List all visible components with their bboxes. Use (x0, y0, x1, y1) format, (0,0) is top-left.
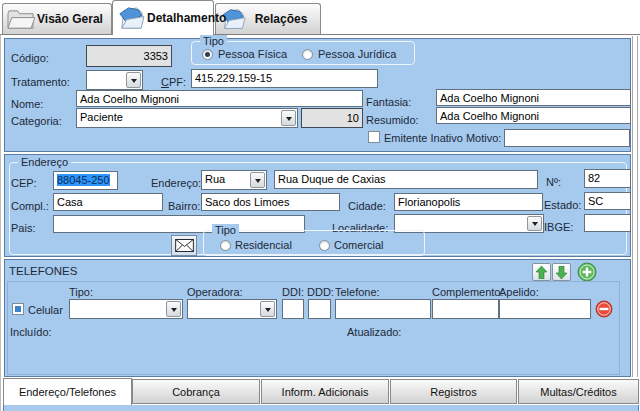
tel-tipo-select[interactable] (69, 299, 183, 319)
radio-label-pessoa-fisica: Pessoa Física (218, 48, 287, 61)
atualizado-label: Atualizado: (347, 326, 401, 339)
dropdown-arrow-icon[interactable] (281, 110, 296, 126)
person-detail-window: Visão Geral Detalhamento Relações Código… (0, 0, 640, 411)
tel-complemento-field[interactable] (432, 299, 499, 319)
dropdown-arrow-icon[interactable] (260, 301, 275, 317)
tel-ddi-field[interactable] (282, 299, 304, 319)
motivo-field[interactable] (504, 129, 630, 147)
tel-ddi-label: DDI: (282, 286, 304, 299)
estado-field[interactable]: SC (584, 192, 631, 210)
send-mail-button[interactable] (171, 235, 197, 256)
move-down-button[interactable] (552, 263, 571, 281)
tipo-endereco-groupbox: Tipo Residencial Comercial (203, 230, 425, 256)
tab-label: Detalhamento (147, 11, 232, 25)
radio-label-residencial: Residencial (235, 239, 292, 252)
tel-telefone-label: Telefone: (335, 286, 380, 299)
categoria-code-field: 10 (301, 108, 363, 128)
tab-label: Relações (248, 12, 320, 26)
estado-label: Estado: (544, 199, 581, 212)
radio-residencial[interactable] (220, 240, 231, 251)
cpf-field[interactable]: 415.229.159-15 (191, 69, 378, 88)
numero-field[interactable]: 82 (584, 169, 631, 188)
tel-ddd-label: DDD: (307, 286, 334, 299)
minus-icon (595, 300, 613, 318)
tel-operadora-select[interactable] (187, 299, 277, 319)
folder-closed-icon (6, 7, 35, 32)
tel-complemento-label: Complemento: (432, 286, 504, 299)
codigo-label: Código: (11, 52, 49, 65)
emitente-inativo-label: Emitente Inativo Motivo: (384, 132, 501, 145)
tel-apelido-label: Apelido: (499, 286, 539, 299)
cep-label: CEP: (11, 177, 37, 190)
emitente-inativo-checkbox[interactable] (368, 131, 380, 143)
tel-tipo-label: Tipo: (69, 286, 93, 299)
arrow-up-icon (536, 266, 547, 279)
plus-icon (577, 262, 597, 282)
tipo-pessoa-groupbox: Tipo Pessoa Física Pessoa Jurídica (191, 41, 415, 65)
compl-field[interactable]: Casa (53, 193, 163, 211)
pais-label: Pais: (11, 222, 35, 235)
tratamento-select[interactable] (86, 70, 143, 90)
fantasia-field[interactable]: Ada Coelho Mignoni (436, 89, 631, 106)
folder-open-icon (116, 5, 147, 32)
compl-label: Compl.: (11, 200, 49, 213)
endereco-label: Endereço: (151, 177, 201, 190)
tel-operadora-label: Operadora: (187, 286, 243, 299)
tab-visao-geral[interactable]: Visão Geral (2, 3, 112, 34)
incluido-label: Incluído: (10, 326, 52, 339)
tel-ddd-field[interactable] (308, 299, 331, 319)
ibge-field[interactable] (584, 214, 631, 232)
arrow-down-icon (556, 266, 567, 279)
tab-label: Visão Geral (35, 12, 111, 26)
groupbox-title: Endereço (18, 156, 71, 168)
tel-apelido-field[interactable] (499, 299, 591, 319)
tab-endereco-telefones[interactable]: Endereço/Telefones (3, 378, 132, 405)
radio-pessoa-fisica[interactable] (202, 49, 213, 60)
selected-text: 88045-250 (57, 174, 110, 186)
resumido-field[interactable]: Ada Coelho Mignoni (436, 107, 631, 124)
resumido-label: Resumido: (366, 114, 419, 127)
cpf-label: CPF: (161, 76, 186, 89)
radio-pessoa-juridica[interactable] (302, 49, 313, 60)
tab-cobranca[interactable]: Cobrança (132, 379, 260, 404)
tel-telefone-field[interactable] (335, 299, 431, 319)
tab-registros[interactable]: Registros (390, 379, 517, 404)
envelope-icon (175, 239, 194, 252)
right-edge-divider (632, 36, 638, 377)
bottom-tab-bar: Endereço/Telefones Cobrança Inform. Adic… (1, 378, 640, 405)
add-telefone-button[interactable] (577, 262, 597, 282)
dropdown-arrow-icon[interactable] (250, 172, 265, 188)
telefones-panel: TELEFONES Tipo: Operador (4, 259, 631, 377)
endereco-panel: Endereço CEP: 88045-250 Endereço: Rua Ru… (4, 154, 631, 257)
logradouro-field[interactable]: Rua Duque de Caxias (274, 170, 538, 189)
celular-checkbox[interactable] (12, 303, 24, 315)
categoria-label: Categoria: (11, 115, 62, 128)
bottom-panel-strip (3, 405, 639, 411)
radio-comercial[interactable] (319, 240, 330, 251)
tratamento-label: Tratamento: (11, 76, 70, 89)
identification-panel: Código: 3353 Tipo Pessoa Física Pessoa J… (4, 38, 631, 152)
logradouro-tipo-select[interactable]: Rua (201, 170, 267, 190)
cidade-field[interactable]: Florianopolis (394, 193, 543, 211)
detail-page: Código: 3353 Tipo Pessoa Física Pessoa J… (0, 34, 640, 411)
logradouro-tipo-value: Rua (205, 173, 225, 185)
dropdown-arrow-icon[interactable] (166, 301, 181, 317)
telefone-list: Tipo: Operadora: DDI: DDD: Telefone: Com… (7, 281, 620, 375)
move-up-button[interactable] (532, 263, 551, 281)
dropdown-arrow-icon[interactable] (126, 72, 141, 88)
remove-telefone-button[interactable] (595, 300, 613, 318)
categoria-select[interactable]: Paciente (76, 108, 298, 128)
cep-field[interactable]: 88045-250 (53, 171, 118, 190)
radio-label-comercial: Comercial (334, 239, 384, 252)
ibge-label: IBGE: (544, 221, 573, 234)
radio-label-pessoa-juridica: Pessoa Jurídica (318, 48, 396, 61)
tab-inform-adicionais[interactable]: Inform. Adicionais (261, 379, 389, 404)
bairro-field[interactable]: Saco dos Limoes (201, 193, 340, 211)
tab-detalhamento[interactable]: Detalhamento (112, 0, 214, 35)
tab-multas-creditos[interactable]: Multas/Créditos (518, 379, 639, 404)
nome-field[interactable]: Ada Coelho Mignoni (76, 90, 363, 107)
categoria-value: Paciente (80, 111, 123, 123)
codigo-field: 3353 (86, 45, 172, 67)
dropdown-arrow-icon[interactable] (527, 216, 542, 231)
nome-label: Nome: (11, 98, 43, 111)
